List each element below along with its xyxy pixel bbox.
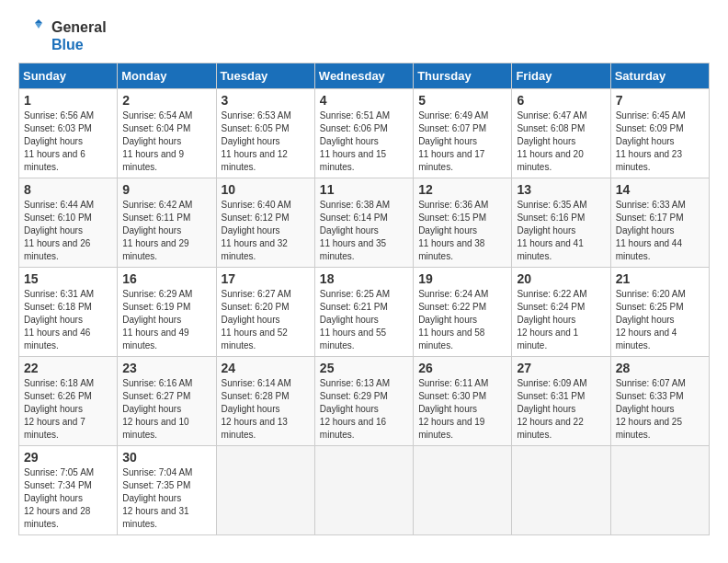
day-info: Sunrise: 6:49 AM Sunset: 6:07 PM Dayligh… — [418, 109, 506, 174]
sunrise-label: Sunrise: 6:53 AM — [222, 110, 291, 121]
daylight-label: Daylight hours — [418, 315, 477, 325]
sunrise-label: Sunrise: 6:18 AM — [24, 378, 94, 388]
sunset-label: Sunset: 6:18 PM — [24, 302, 92, 312]
sunset-label: Sunset: 6:09 PM — [616, 123, 684, 133]
sunrise-label: Sunrise: 6:27 AM — [222, 289, 291, 299]
day-number: 23 — [122, 361, 210, 375]
sunset-label: Sunset: 6:30 PM — [418, 391, 486, 401]
day-info: Sunrise: 6:53 AM Sunset: 6:05 PM Dayligh… — [222, 109, 310, 174]
calendar-cell — [512, 446, 610, 535]
sunrise-label: Sunrise: 6:56 AM — [24, 110, 94, 121]
header-friday: Friday — [512, 63, 610, 89]
sunrise-label: Sunrise: 6:33 AM — [616, 200, 686, 210]
daylight-label: Daylight hours — [24, 136, 83, 146]
daylight-label: Daylight hours — [24, 493, 83, 503]
daylight-value: 11 hours and 44 minutes. — [616, 238, 682, 261]
day-info: Sunrise: 6:27 AM Sunset: 6:20 PM Dayligh… — [222, 288, 310, 352]
day-number: 1 — [24, 93, 112, 108]
day-number: 21 — [616, 271, 704, 286]
sunset-label: Sunset: 6:10 PM — [24, 213, 92, 223]
daylight-value: 12 hours and 13 minutes. — [222, 417, 288, 440]
calendar-cell: 8 Sunrise: 6:44 AM Sunset: 6:10 PM Dayli… — [19, 178, 118, 268]
calendar-header-row: SundayMondayTuesdayWednesdayThursdayFrid… — [19, 63, 710, 89]
calendar-cell: 3 Sunrise: 6:53 AM Sunset: 6:05 PM Dayli… — [216, 89, 314, 178]
sunrise-label: Sunrise: 6:09 AM — [517, 378, 586, 388]
day-number: 17 — [222, 271, 310, 286]
day-info: Sunrise: 6:36 AM Sunset: 6:15 PM Dayligh… — [418, 199, 506, 263]
sunset-label: Sunset: 6:22 PM — [418, 302, 486, 312]
sunrise-label: Sunrise: 6:16 AM — [122, 378, 192, 388]
day-info: Sunrise: 6:31 AM Sunset: 6:18 PM Dayligh… — [24, 288, 112, 352]
daylight-value: 12 hours and 31 minutes. — [122, 506, 188, 529]
day-info: Sunrise: 7:05 AM Sunset: 7:34 PM Dayligh… — [24, 466, 112, 531]
calendar-cell: 29 Sunrise: 7:05 AM Sunset: 7:34 PM Dayl… — [19, 446, 118, 535]
calendar-week-4: 22 Sunrise: 6:18 AM Sunset: 6:26 PM Dayl… — [19, 357, 710, 446]
daylight-label: Daylight hours — [517, 404, 575, 414]
sunset-label: Sunset: 6:08 PM — [517, 123, 585, 133]
daylight-value: 11 hours and 20 minutes. — [517, 149, 583, 172]
daylight-value: 12 hours and 19 minutes. — [418, 417, 484, 440]
daylight-label: Daylight hours — [24, 225, 83, 236]
day-number: 25 — [320, 361, 408, 375]
sunrise-label: Sunrise: 6:31 AM — [24, 289, 94, 299]
calendar-cell: 4 Sunrise: 6:51 AM Sunset: 6:06 PM Dayli… — [314, 89, 413, 178]
calendar-cell: 9 Sunrise: 6:42 AM Sunset: 6:11 PM Dayli… — [118, 178, 216, 268]
calendar-week-2: 8 Sunrise: 6:44 AM Sunset: 6:10 PM Dayli… — [19, 178, 710, 268]
sunrise-label: Sunrise: 6:45 AM — [616, 110, 686, 121]
daylight-value: 11 hours and 41 minutes. — [517, 238, 583, 261]
sunset-label: Sunset: 6:07 PM — [418, 123, 486, 133]
daylight-value: 12 hours and 22 minutes. — [517, 417, 583, 440]
daylight-label: Daylight hours — [320, 136, 379, 146]
day-number: 7 — [616, 93, 704, 108]
day-number: 19 — [418, 271, 506, 286]
day-info: Sunrise: 6:13 AM Sunset: 6:29 PM Dayligh… — [320, 377, 408, 442]
day-info: Sunrise: 7:04 AM Sunset: 7:35 PM Dayligh… — [122, 466, 210, 531]
calendar-cell — [314, 446, 413, 535]
day-info: Sunrise: 6:07 AM Sunset: 6:33 PM Dayligh… — [616, 377, 704, 442]
calendar-table: SundayMondayTuesdayWednesdayThursdayFrid… — [18, 63, 710, 535]
logo: GeneralBlue — [18, 18, 107, 53]
day-info: Sunrise: 6:16 AM Sunset: 6:27 PM Dayligh… — [122, 377, 210, 442]
daylight-value: 11 hours and 9 minutes. — [122, 149, 184, 172]
sunrise-label: Sunrise: 6:38 AM — [320, 200, 390, 210]
daylight-label: Daylight hours — [418, 136, 477, 146]
day-number: 29 — [24, 450, 112, 465]
daylight-value: 12 hours and 1 minute. — [517, 327, 578, 350]
sunset-label: Sunset: 6:24 PM — [517, 302, 585, 312]
daylight-value: 11 hours and 6 minutes. — [24, 149, 85, 172]
daylight-value: 12 hours and 25 minutes. — [616, 417, 682, 440]
daylight-label: Daylight hours — [320, 404, 379, 414]
daylight-value: 11 hours and 32 minutes. — [222, 238, 288, 261]
day-info: Sunrise: 6:38 AM Sunset: 6:14 PM Dayligh… — [320, 199, 408, 263]
sunset-label: Sunset: 6:19 PM — [122, 302, 190, 312]
sunrise-label: Sunrise: 6:40 AM — [222, 200, 291, 210]
daylight-value: 11 hours and 52 minutes. — [222, 327, 288, 350]
day-info: Sunrise: 6:20 AM Sunset: 6:25 PM Dayligh… — [616, 288, 704, 352]
daylight-value: 12 hours and 4 minutes. — [616, 327, 677, 350]
calendar-cell: 1 Sunrise: 6:56 AM Sunset: 6:03 PM Dayli… — [19, 89, 118, 178]
sunset-label: Sunset: 6:11 PM — [122, 213, 190, 223]
day-number: 13 — [517, 182, 605, 197]
calendar-cell: 17 Sunrise: 6:27 AM Sunset: 6:20 PM Dayl… — [216, 268, 314, 357]
sunset-label: Sunset: 6:27 PM — [122, 391, 190, 401]
calendar-cell: 16 Sunrise: 6:29 AM Sunset: 6:19 PM Dayl… — [118, 268, 216, 357]
daylight-label: Daylight hours — [122, 136, 181, 146]
daylight-label: Daylight hours — [122, 225, 181, 236]
calendar-cell: 2 Sunrise: 6:54 AM Sunset: 6:04 PM Dayli… — [118, 89, 216, 178]
sunrise-label: Sunrise: 6:51 AM — [320, 110, 390, 121]
header-sunday: Sunday — [19, 63, 118, 89]
daylight-label: Daylight hours — [616, 404, 675, 414]
sunset-label: Sunset: 7:35 PM — [122, 480, 190, 490]
daylight-label: Daylight hours — [122, 315, 181, 325]
sunset-label: Sunset: 6:15 PM — [418, 213, 486, 223]
calendar-cell — [216, 446, 314, 535]
day-info: Sunrise: 6:25 AM Sunset: 6:21 PM Dayligh… — [320, 288, 408, 352]
daylight-value: 12 hours and 16 minutes. — [320, 417, 386, 440]
sunset-label: Sunset: 6:21 PM — [320, 302, 388, 312]
calendar-week-3: 15 Sunrise: 6:31 AM Sunset: 6:18 PM Dayl… — [19, 268, 710, 357]
day-info: Sunrise: 6:11 AM Sunset: 6:30 PM Dayligh… — [418, 377, 506, 442]
sunrise-label: Sunrise: 7:04 AM — [122, 467, 192, 477]
calendar-cell — [414, 446, 512, 535]
daylight-value: 11 hours and 12 minutes. — [222, 149, 288, 172]
day-number: 11 — [320, 182, 408, 197]
